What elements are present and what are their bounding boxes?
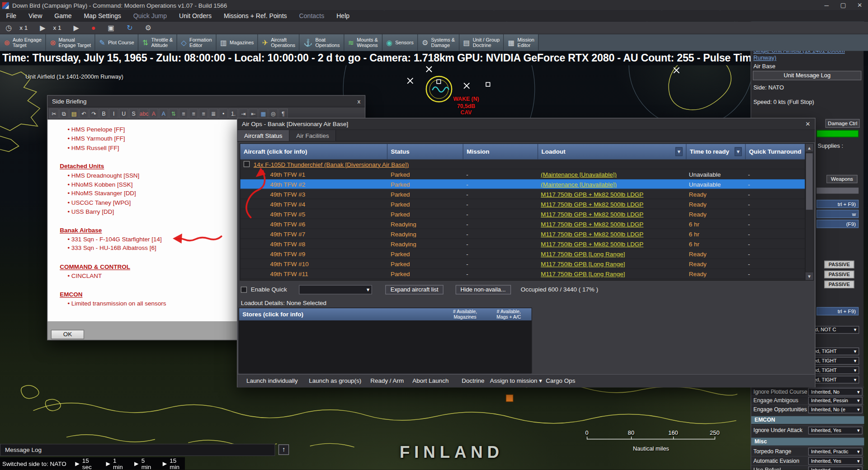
aircraft-name[interactable]: 49th TFW #3 — [240, 191, 387, 197]
group-row[interactable]: 14x F-105D Thunderchief (Banak [Diversio… — [240, 160, 805, 169]
aircraft-row[interactable]: 49th TFW #3 Parked - M117 750lb GPB + Mk… — [240, 189, 805, 199]
underline-icon[interactable]: U — [119, 108, 128, 118]
col-time-to-ready[interactable]: Time to ready ▾ — [686, 144, 745, 159]
misc-section-header[interactable]: Misc — [751, 438, 864, 446]
paragraph-icon[interactable]: ¶ — [278, 108, 288, 118]
scroll-thumb[interactable] — [806, 153, 813, 210]
bullet-list-icon[interactable]: • — [219, 108, 228, 118]
menu-missions-ref-points[interactable]: Missions + Ref. Points — [217, 13, 293, 19]
quick-turnaround-dropdown[interactable]: ▾ — [299, 285, 373, 294]
hotkey-button-partial[interactable]: (F9) — [816, 220, 859, 228]
paste-icon[interactable]: ▤ — [69, 108, 79, 118]
aircraft-row[interactable]: 49th TFW #1 Parked - (Maintenance [Unava… — [240, 169, 805, 179]
menu-map-settings[interactable]: Map Settings — [78, 13, 127, 19]
loadout-link[interactable]: M117 750lb GPB + Mk82 500lb LDGP — [541, 240, 643, 247]
menu-unit-orders[interactable]: Unit Orders — [173, 13, 218, 19]
manual-engage-target-button[interactable]: ⊗ ManualEngage Target — [46, 34, 95, 51]
unit-message-log-button[interactable]: Unit Message Log — [753, 71, 861, 80]
map-contact-label[interactable]: WAKE (N) 70,5dB CAV — [444, 96, 488, 117]
bold-icon[interactable]: B — [99, 108, 108, 118]
aircraft-row[interactable]: 49th TFW #6 Readying - M117 750lb GPB + … — [240, 219, 805, 229]
group-checkbox[interactable] — [244, 161, 250, 167]
stores-list[interactable] — [239, 320, 532, 374]
ignore-plotted-course-dropdown[interactable]: Inherited, No▾ — [808, 388, 863, 395]
col-status[interactable]: Status — [387, 144, 463, 159]
highlight-icon[interactable]: A — [159, 108, 168, 118]
time-step-1min-button[interactable]: 1 min — [113, 457, 125, 470]
hide-non-available-button[interactable]: Hide non-availa... — [456, 285, 511, 294]
aircraft-name[interactable]: 49th TFW #7 — [240, 230, 387, 237]
emcon-section-header[interactable]: EMCON — [751, 416, 864, 424]
air-ops-titlebar[interactable]: Air Ops - Banak [Diversionary Air Base] … — [237, 118, 815, 130]
aircraft-row[interactable]: 49th TFW #10 Parked - M117 750lb GPB [Lo… — [240, 259, 805, 269]
menu-help[interactable]: Help — [330, 13, 356, 19]
engage-ambiguous-dropdown[interactable]: Inherited, Pessin▾ — [808, 397, 863, 404]
doctrine-dropdown-partial[interactable]: ited, TIGHT▾ — [808, 348, 859, 355]
aircraft-row[interactable]: 49th TFW #5 Parked - M117 750lb GPB + Mk… — [240, 209, 805, 219]
scroll-up-icon[interactable]: ▲ — [806, 144, 813, 152]
play-icon[interactable]: ▶ — [75, 461, 79, 466]
aircraft-name[interactable]: 49th TFW #8 — [240, 240, 387, 247]
automatic-evasion-dropdown[interactable]: Inherited, Yes▾ — [808, 457, 863, 465]
col-aircraft[interactable]: Aircraft (click for info) — [240, 144, 387, 159]
aircraft-row[interactable]: 49th TFW #11 Parked - M117 750lb GPB [Lo… — [240, 269, 805, 279]
loadout-link[interactable]: (Maintenance [Unavailable]) — [541, 181, 617, 188]
ok-button[interactable]: OK — [51, 330, 84, 339]
play-icon[interactable]: ▶ — [134, 461, 138, 466]
clock-icon[interactable]: ◷ — [5, 24, 12, 32]
minimize-button[interactable]: ─ — [818, 2, 835, 9]
step-icon[interactable]: ▶ — [74, 24, 79, 32]
settings-gear-icon[interactable]: ⚙ — [145, 24, 151, 32]
close-icon[interactable]: x — [357, 98, 360, 105]
launch-as-groups-button[interactable]: Launch as group(s) — [309, 377, 361, 384]
menu-view[interactable]: View — [23, 13, 48, 19]
time-step-15sec-button[interactable]: 15 sec — [82, 457, 97, 470]
unit-group-doctrine-button[interactable]: ▤ Unit / GroupDoctrine — [459, 34, 504, 51]
find-icon[interactable]: ◎ — [269, 108, 278, 118]
aircraft-name[interactable]: 49th TFW #4 — [240, 201, 387, 207]
outdent-icon[interactable]: ⇤ — [249, 108, 258, 118]
close-button[interactable]: ✕ — [851, 2, 868, 9]
boat-operations-button[interactable]: ⚓ BoatOperations — [300, 34, 344, 51]
aircraft-operations-button[interactable]: ✈ AircraftOperations — [258, 34, 300, 51]
compass-icon[interactable]: ↻ — [127, 24, 132, 32]
use-refuel-dropdown[interactable]: Inherited▾ — [808, 466, 863, 470]
aircraft-row-selected[interactable]: 49th TFW #2 Parked - (Maintenance [Unava… — [240, 179, 805, 189]
stores-title[interactable]: Stores (click for info) — [242, 308, 303, 320]
font-color-icon[interactable]: A — [149, 108, 158, 118]
doctrine-dropdown-partial[interactable]: ited, TIGHT▾ — [808, 376, 859, 383]
menu-contacts[interactable]: Contacts — [293, 13, 330, 19]
loadout-link[interactable]: M117 750lb GPB [Long Range] — [541, 270, 625, 277]
aircraft-name[interactable]: 49th TFW #1 — [240, 171, 387, 178]
abort-launch-button[interactable]: Abort Launch — [412, 377, 448, 384]
filter-icon[interactable]: ▾ — [735, 147, 742, 156]
tab-aircraft-status[interactable]: Aircraft Status — [237, 130, 289, 141]
launch-individually-button[interactable]: Launch individually — [246, 377, 298, 384]
align-center-icon[interactable]: ≡ — [189, 108, 198, 118]
tab-air-facilities[interactable]: Air Facilities — [290, 130, 336, 141]
damage-ctrl-button[interactable]: Damage Ctrl — [826, 119, 860, 128]
aircraft-name[interactable]: 49th TFW #10 — [240, 260, 387, 267]
plot-course-button[interactable]: ✎ Plot Course — [95, 34, 138, 51]
systems-damage-button[interactable]: ⚙ Systems &Damage — [418, 34, 459, 51]
italic-icon[interactable]: I — [109, 108, 118, 118]
copy-icon[interactable]: ⧉ — [59, 108, 69, 118]
menu-file[interactable]: File — [0, 13, 23, 19]
ignore-under-attack-dropdown[interactable]: Inherited, Yes▾ — [808, 427, 863, 434]
enable-quick-checkbox[interactable] — [241, 287, 247, 292]
sensors-button[interactable]: ◉ Sensors — [382, 34, 418, 51]
menu-game[interactable]: Game — [48, 13, 78, 19]
mounts-weapons-button[interactable]: ≋ Mounts &Weapons — [344, 34, 382, 51]
magazines-button[interactable]: ▥ Magazines — [216, 34, 258, 51]
assign-to-mission-button[interactable]: Assign to mission ▾ — [490, 377, 542, 385]
doctrine-button[interactable]: Doctrine — [462, 377, 484, 384]
doctrine-dropdown-partial[interactable]: ited, TIGHT▾ — [808, 357, 859, 365]
doctrine-dropdown-partial[interactable]: ted, NOT C▾ — [808, 326, 859, 334]
play-icon[interactable]: ▶ — [106, 461, 110, 466]
undo-icon[interactable]: ↶ — [79, 108, 89, 118]
expand-aircraft-list-button[interactable]: Expand aircraft list — [386, 285, 443, 294]
cargo-ops-button[interactable]: Cargo Ops — [546, 377, 575, 384]
mission-editor-button[interactable]: ▦ MissionEditor — [504, 34, 539, 51]
aircraft-row[interactable]: 49th TFW #9 Parked - M117 750lb GPB [Lon… — [240, 249, 805, 259]
close-icon[interactable]: ✕ — [805, 120, 810, 127]
